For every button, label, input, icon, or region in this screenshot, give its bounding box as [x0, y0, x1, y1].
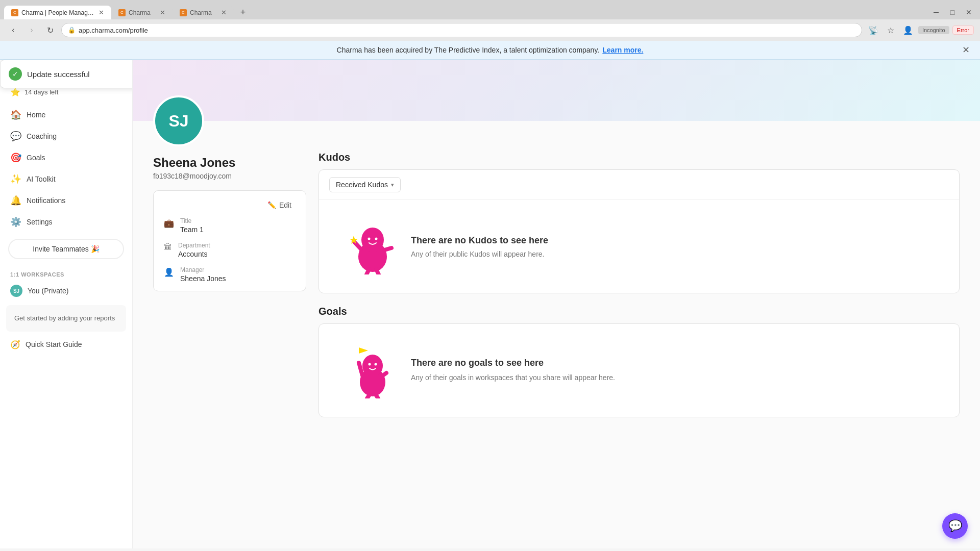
sidebar-item-coaching[interactable]: 💬 Coaching — [0, 126, 132, 147]
edit-button-row: ✏️ Edit — [164, 199, 296, 211]
success-icon: ✓ — [9, 67, 22, 81]
kudos-filter-button[interactable]: Received Kudos ▾ — [329, 177, 401, 192]
svg-line-7 — [366, 269, 369, 274]
new-tab-button[interactable]: + — [236, 5, 250, 19]
profile-avatar-container: SJ — [153, 95, 204, 146]
upgrade-text: 14 days left — [24, 88, 59, 96]
announcement-close-icon[interactable]: ✕ — [962, 44, 970, 56]
workspaces-section: 1:1 Workspaces SJ You (Private) — [0, 263, 132, 301]
workspace-avatar: SJ — [10, 285, 22, 297]
department-value: Accounts — [178, 250, 210, 258]
tab1-close-icon[interactable]: ✕ — [99, 9, 104, 16]
kudos-filter-bar: Received Kudos ▾ — [319, 170, 959, 200]
kudos-empty-text: There are no Kudos to see here Any of th… — [411, 235, 548, 258]
cast-icon[interactable]: 📡 — [866, 23, 880, 37]
nav-forward[interactable]: › — [24, 23, 39, 37]
quick-start-guide[interactable]: 🧭 Quick Start Guide — [0, 336, 132, 354]
received-kudos-label: Received Kudos — [336, 181, 388, 189]
star-icon: ⭐ — [10, 87, 20, 97]
tab1-favicon: C — [11, 9, 18, 16]
nav-back[interactable]: ‹ — [6, 23, 20, 37]
home-icon: 🏠 — [10, 109, 21, 120]
ai-toolkit-icon: ✨ — [10, 173, 21, 185]
invite-teammates-button[interactable]: Invite Teammates 🎉 — [8, 239, 124, 259]
edit-button[interactable]: ✏️ Edit — [263, 199, 296, 211]
goals-empty-state: There are no goals to see here Any of th… — [319, 324, 959, 417]
profile-name: Sheena Jones — [153, 156, 306, 170]
notifications-icon: 🔔 — [10, 195, 21, 206]
sidebar-item-goals[interactable]: 🎯 Goals — [0, 147, 132, 168]
svg-point-2 — [368, 238, 371, 240]
svg-line-6 — [384, 248, 391, 250]
browser-tab-2[interactable]: C Charma ✕ — [111, 6, 173, 19]
compass-icon: 🧭 — [10, 340, 20, 349]
coaching-label: Coaching — [27, 132, 57, 140]
building-icon: 🏛 — [164, 243, 172, 252]
workspaces-title: 1:1 Workspaces — [0, 269, 132, 281]
notifications-label: Notifications — [27, 196, 65, 205]
svg-line-8 — [376, 269, 379, 274]
success-message: Update successful — [27, 70, 133, 79]
tab3-close-icon[interactable]: ✕ — [221, 9, 227, 16]
url-text[interactable]: app.charma.com/profile — [79, 27, 148, 34]
announcement-link[interactable]: Learn more. — [602, 46, 643, 54]
incognito-badge: Incognito — [918, 26, 949, 34]
nav-reload[interactable]: ↻ — [43, 23, 57, 37]
goals-label: Goals — [27, 154, 45, 162]
tab2-favicon: C — [118, 9, 126, 16]
profile-details-card: ✏️ Edit 💼 Title Team 1 🏛 — [153, 190, 306, 291]
browser-actions: 📡 ☆ 👤 Incognito Error — [866, 23, 974, 37]
profile-icon[interactable]: 👤 — [901, 23, 915, 37]
get-started-card[interactable]: Get started by adding your reports — [6, 305, 126, 332]
svg-point-10 — [362, 355, 383, 377]
kudos-section-title: Kudos — [318, 152, 960, 163]
sidebar-item-settings[interactable]: ⚙️ Settings — [0, 211, 132, 233]
svg-marker-15 — [359, 347, 368, 354]
svg-point-3 — [375, 238, 378, 240]
sidebar: 🔍 ⭐ 14 days left 🏠 Home 💬 Coaching 🎯 Goa… — [0, 60, 133, 548]
settings-icon: ⚙️ — [10, 216, 21, 228]
svg-line-17 — [367, 395, 369, 398]
kudos-mascot-illustration — [350, 218, 396, 274]
svg-line-16 — [383, 373, 386, 375]
sidebar-item-ai-toolkit[interactable]: ✨ AI Toolkit — [0, 168, 132, 190]
goals-card: There are no goals to see here Any of th… — [318, 323, 960, 417]
tab2-close-icon[interactable]: ✕ — [160, 9, 165, 16]
kudos-empty-sub: Any of their public Kudos will appear he… — [411, 250, 548, 258]
svg-line-18 — [376, 395, 378, 398]
svg-point-11 — [369, 363, 371, 366]
title-content: Title Team 1 — [180, 217, 204, 234]
title-value: Team 1 — [180, 226, 204, 234]
window-restore[interactable]: □ — [945, 5, 960, 19]
manager-content: Manager Sheena Jones — [180, 266, 226, 283]
edit-label: Edit — [279, 201, 291, 209]
workspace-label: You (Private) — [28, 287, 68, 295]
sidebar-item-notifications[interactable]: 🔔 Notifications — [0, 190, 132, 211]
avatar-initials: SJ — [168, 112, 188, 131]
browser-tab-1[interactable]: C Charma | People Management ... ✕ — [4, 6, 111, 19]
window-close[interactable]: ✕ — [962, 5, 976, 19]
manager-value: Sheena Jones — [180, 274, 226, 283]
window-minimize[interactable]: ─ — [929, 5, 943, 19]
briefcase-icon: 💼 — [164, 218, 174, 228]
coaching-icon: 💬 — [10, 131, 21, 142]
success-toast: ✓ Update successful ✕ — [0, 60, 133, 88]
sidebar-item-home[interactable]: 🏠 Home — [0, 104, 132, 126]
goals-empty-sub: Any of their goals in workspaces that yo… — [411, 372, 615, 383]
profile-right-column: Kudos Received Kudos ▾ — [318, 152, 960, 417]
goals-empty-title: There are no goals to see here — [411, 358, 615, 368]
chevron-down-icon: ▾ — [391, 182, 394, 188]
address-bar[interactable]: 🔒 app.charma.com/profile — [61, 23, 862, 37]
announcement-bar: Charma has been acquired by The Predicti… — [0, 41, 980, 60]
title-label: Title — [180, 217, 204, 224]
ai-toolkit-label: AI Toolkit — [27, 175, 56, 183]
browser-tab-3[interactable]: C Charma ✕ — [173, 6, 234, 19]
workspace-item-you-private[interactable]: SJ You (Private) — [0, 281, 132, 301]
tab3-title: Charma — [190, 9, 218, 16]
chat-fab[interactable]: 💬 — [942, 513, 968, 539]
bookmark-icon[interactable]: ☆ — [884, 23, 898, 37]
chat-icon: 💬 — [948, 519, 962, 533]
browser-chrome: C Charma | People Management ... ✕ C Cha… — [0, 0, 980, 41]
error-badge[interactable]: Error — [952, 26, 974, 35]
svg-line-13 — [359, 363, 362, 375]
